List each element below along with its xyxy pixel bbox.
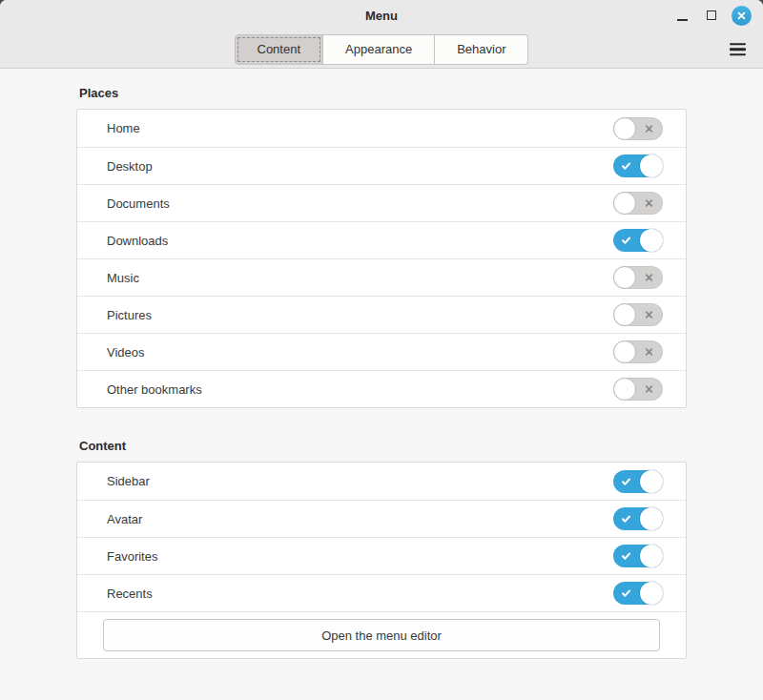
cross-icon (645, 199, 653, 208)
setting-row-favorites: Favorites (77, 537, 686, 574)
toggle-recents[interactable] (613, 582, 663, 605)
toggle-documents[interactable] (613, 192, 663, 215)
toggle-videos[interactable] (613, 340, 663, 363)
open-menu-editor-button[interactable]: Open the menu editor (103, 619, 660, 651)
toggle-desktop[interactable] (613, 154, 663, 177)
cross-icon (645, 124, 653, 133)
setting-label: Downloads (107, 234, 168, 248)
toggle-other-bookmarks[interactable] (613, 378, 663, 401)
toggle-knob (640, 470, 663, 493)
setting-row-music: Music (77, 258, 686, 296)
toggle-knob (613, 192, 636, 215)
window-controls (671, 0, 752, 31)
minimize-button[interactable] (671, 5, 692, 26)
close-icon (732, 6, 752, 26)
menu-settings-window: Menu ContentAppearanceBehavior PlacesHom… (0, 0, 763, 700)
toggle-downloads[interactable] (613, 229, 663, 252)
setting-label: Documents (107, 196, 170, 211)
card-footer: Open the menu editor (77, 611, 686, 658)
setting-label: Other bookmarks (107, 382, 202, 397)
setting-row-sidebar: Sidebar (77, 463, 686, 500)
hamburger-bar (730, 53, 746, 56)
toggle-favorites[interactable] (613, 545, 663, 567)
maximize-button[interactable] (701, 5, 722, 26)
toggle-knob (640, 545, 663, 567)
minimize-icon (677, 19, 688, 21)
toggle-sidebar[interactable] (613, 470, 663, 493)
setting-row-downloads: Downloads (77, 221, 686, 258)
toggle-knob (640, 507, 663, 530)
section-places: PlacesHomeDesktopDocumentsDownloadsMusic… (76, 83, 687, 408)
cross-icon (645, 311, 653, 319)
setting-row-pictures: Pictures (77, 296, 686, 333)
setting-row-recents: Recents (77, 574, 686, 611)
setting-label: Home (107, 121, 140, 135)
setting-label: Music (107, 271, 139, 285)
toggle-knob (613, 117, 636, 140)
close-button[interactable] (731, 5, 752, 26)
settings-card: HomeDesktopDocumentsDownloadsMusicPictur… (76, 109, 687, 408)
check-icon (621, 161, 631, 172)
toggle-music[interactable] (613, 266, 663, 289)
setting-row-home: Home (77, 110, 686, 147)
setting-row-desktop: Desktop (77, 147, 686, 184)
setting-row-documents: Documents (77, 184, 686, 221)
section-title: Places (79, 83, 687, 100)
setting-label: Favorites (107, 549, 157, 564)
tab-bar: ContentAppearanceBehavior (235, 34, 529, 65)
setting-label: Videos (107, 345, 145, 360)
setting-label: Recents (107, 587, 153, 601)
toggle-home[interactable] (613, 117, 663, 140)
section-title: Content (79, 436, 687, 453)
titlebar: Menu (0, 0, 763, 31)
tab-content[interactable]: Content (235, 34, 324, 65)
toggle-knob (640, 582, 663, 605)
setting-label: Pictures (107, 308, 152, 322)
settings-card: SidebarAvatarFavoritesRecentsOpen the me… (76, 462, 687, 659)
hamburger-menu-icon[interactable] (730, 43, 746, 56)
window-title: Menu (365, 9, 398, 23)
check-icon (621, 514, 631, 525)
setting-label: Desktop (107, 159, 153, 174)
section-content: ContentSidebarAvatarFavoritesRecentsOpen… (76, 436, 687, 659)
cross-icon (645, 274, 653, 282)
toggle-pictures[interactable] (613, 303, 663, 326)
tab-appearance[interactable]: Appearance (323, 34, 435, 65)
check-icon (621, 551, 631, 562)
toggle-knob (640, 229, 663, 252)
toggle-knob (613, 266, 636, 289)
maximize-icon (707, 10, 716, 20)
check-icon (621, 476, 631, 486)
setting-row-other-bookmarks: Other bookmarks (77, 370, 686, 407)
cross-icon (645, 385, 653, 394)
toggle-avatar[interactable] (613, 507, 663, 530)
setting-row-avatar: Avatar (77, 500, 686, 537)
tab-behavior[interactable]: Behavior (435, 34, 528, 65)
hamburger-bar (730, 43, 746, 46)
settings-content: PlacesHomeDesktopDocumentsDownloadsMusic… (0, 69, 763, 659)
setting-label: Sidebar (107, 474, 150, 488)
check-icon (621, 588, 631, 599)
toggle-knob (613, 378, 636, 401)
setting-row-videos: Videos (77, 333, 686, 370)
headerbar: ContentAppearanceBehavior (0, 31, 763, 69)
hamburger-bar (730, 48, 746, 51)
check-icon (621, 236, 631, 246)
setting-label: Avatar (107, 512, 142, 526)
cross-icon (645, 348, 653, 357)
toggle-knob (613, 303, 636, 326)
toggle-knob (640, 154, 663, 177)
toggle-knob (613, 340, 636, 363)
